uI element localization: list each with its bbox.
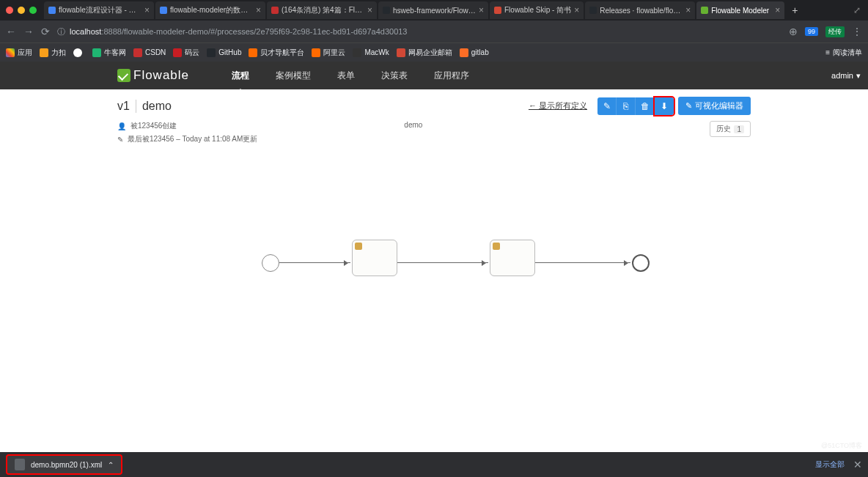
close-tab[interactable]: × xyxy=(574,5,579,15)
favicon xyxy=(271,7,279,14)
bookmark-item[interactable]: gitlab xyxy=(460,48,489,58)
reading-list[interactable]: ≡ 阅读清单 xyxy=(825,48,862,58)
description: demo xyxy=(404,121,422,129)
tab-title: flowable-modeler的数据保存在 xyxy=(170,5,253,15)
show-all-link[interactable]: ← 显示所有定义 xyxy=(529,100,587,111)
url-input[interactable]: ⓘ localhost:8888/flowable-modeler-demo/#… xyxy=(57,26,781,37)
close-tab[interactable]: × xyxy=(144,5,150,15)
apps-icon xyxy=(6,48,15,57)
browser-tab[interactable]: flowable-modeler的数据保存在× xyxy=(155,1,265,19)
browser-tab[interactable]: flowable流程设计器 - Google 搜× xyxy=(44,1,154,19)
bookmark-item[interactable]: 贝才导航平台 xyxy=(249,48,304,58)
close-tab[interactable]: × xyxy=(479,5,484,15)
bookmark-item[interactable]: 阿里云 xyxy=(312,48,345,58)
browser-tab[interactable]: hsweb-framework/FlowableMc× xyxy=(378,1,488,19)
reload-button[interactable]: ⟳ xyxy=(41,26,50,37)
download-bar: demo.bpmn20 (1).xml ⌃ 显示全部 ✕ xyxy=(0,452,868,477)
app-header: Flowable 流程案例模型表单决策表应用程序 admin ▾ xyxy=(0,62,868,89)
logo[interactable]: Flowable xyxy=(117,68,189,83)
end-event[interactable] xyxy=(632,254,650,272)
bookmark-item[interactable]: 力扣 xyxy=(40,48,66,58)
translate-icon[interactable]: ⊕ xyxy=(789,26,798,37)
user-task-2[interactable] xyxy=(490,240,535,276)
sequence-flow[interactable] xyxy=(397,262,488,263)
bookmark-icon xyxy=(397,48,405,57)
bookmark-icon xyxy=(133,48,142,57)
close-tab[interactable]: × xyxy=(256,5,261,15)
browser-tab[interactable]: Flowable Modeler× xyxy=(696,1,784,19)
copy-button[interactable]: ⎘ xyxy=(617,97,636,115)
traffic-lights xyxy=(6,7,37,14)
start-event[interactable] xyxy=(262,254,279,272)
chevron-up-icon[interactable]: ⌃ xyxy=(108,461,114,469)
bookmark-item[interactable]: 码云 xyxy=(173,48,199,58)
bookmark-icon xyxy=(207,48,216,57)
bookmark-item[interactable]: 网易企业邮箱 xyxy=(397,48,452,58)
user-icon xyxy=(355,243,362,250)
visual-editor-button[interactable]: ✎ 可视化编辑器 xyxy=(678,97,751,115)
browser-tab[interactable]: Releases · flowable/flowable-e× xyxy=(585,1,695,19)
browser-tab[interactable]: (164条消息) 第4篇：Flowable-× xyxy=(267,1,377,19)
bookmark-item[interactable]: GitHub xyxy=(207,48,241,58)
extension-badge-2[interactable]: 经传 xyxy=(825,26,845,37)
edit-icon: ✎ xyxy=(685,101,692,111)
copy-icon: ⎘ xyxy=(623,101,628,111)
sequence-flow[interactable] xyxy=(535,262,630,263)
nav-link[interactable]: 表单 xyxy=(324,62,368,89)
delete-button[interactable]: 🗑 xyxy=(636,97,655,115)
pencil-icon: ✎ xyxy=(117,136,123,144)
close-window[interactable] xyxy=(6,7,13,14)
bookmark-item[interactable] xyxy=(73,48,85,58)
show-all-downloads[interactable]: 显示全部 xyxy=(815,459,845,470)
forward-button[interactable]: → xyxy=(23,26,34,37)
bookmark-item[interactable]: MacWk xyxy=(353,48,389,58)
close-download-bar[interactable]: ✕ xyxy=(853,459,862,470)
minimize-window[interactable] xyxy=(18,7,25,14)
close-tab[interactable]: × xyxy=(685,5,691,15)
close-tab[interactable]: × xyxy=(367,5,372,15)
user-task-1[interactable] xyxy=(352,240,397,276)
user-menu[interactable]: admin ▾ xyxy=(831,71,861,81)
bookmark-icon xyxy=(92,48,101,57)
tab-title: Flowable Modeler xyxy=(711,7,772,15)
tab-title: (164条消息) 第4篇：Flowable- xyxy=(282,5,364,15)
bookmark-item[interactable]: 牛客网 xyxy=(92,48,126,58)
nav-link[interactable]: 流程 xyxy=(218,62,262,89)
browser-tab[interactable]: Flowable Skip - 简书× xyxy=(490,1,584,19)
created-by: 👤 被123456创建 xyxy=(117,121,257,131)
expand-window[interactable]: ⤢ xyxy=(846,5,868,15)
process-name: demo xyxy=(136,100,172,113)
new-tab-button[interactable]: + xyxy=(786,4,803,16)
tab-strip: flowable流程设计器 - Google 搜×flowable-modele… xyxy=(0,0,868,21)
site-info-icon[interactable]: ⓘ xyxy=(57,26,65,37)
bookmark-icon xyxy=(40,48,48,57)
bookmark-item[interactable]: CSDN xyxy=(133,48,166,58)
user-icon: 👤 xyxy=(117,122,126,130)
download-item[interactable]: demo.bpmn20 (1).xml ⌃ xyxy=(6,454,122,475)
watermark: @51CTO博客 xyxy=(821,441,862,451)
logo-icon xyxy=(117,69,130,82)
favicon xyxy=(589,7,597,14)
address-bar: ← → ⟳ ⓘ localhost:8888/flowable-modeler-… xyxy=(0,21,868,42)
favicon xyxy=(160,7,167,14)
nav-link[interactable]: 决策表 xyxy=(368,62,421,89)
back-button[interactable]: ← xyxy=(6,26,16,37)
history-button[interactable]: 历史 1 xyxy=(710,121,751,137)
nav-link[interactable]: 应用程序 xyxy=(421,62,482,89)
download-icon: ⬇ xyxy=(661,101,668,111)
bookmark-icon xyxy=(173,48,182,57)
tab-title: flowable流程设计器 - Google 搜 xyxy=(59,5,141,15)
sequence-flow[interactable] xyxy=(279,262,350,263)
chrome-menu[interactable]: ⋮ xyxy=(852,26,862,37)
download-button[interactable]: ⬇ xyxy=(655,97,674,115)
apps-shortcut[interactable]: 应用 xyxy=(6,48,32,58)
nav-link[interactable]: 案例模型 xyxy=(262,62,324,89)
tab-title: hsweb-framework/FlowableMc xyxy=(393,7,476,15)
extension-badge[interactable]: 99 xyxy=(805,27,818,36)
edit-button[interactable]: ✎ xyxy=(597,97,617,115)
version-label: v1 xyxy=(117,100,130,113)
close-tab[interactable]: × xyxy=(775,5,780,15)
maximize-window[interactable] xyxy=(29,7,37,14)
bookmark-icon xyxy=(249,48,257,57)
favicon xyxy=(48,7,56,14)
